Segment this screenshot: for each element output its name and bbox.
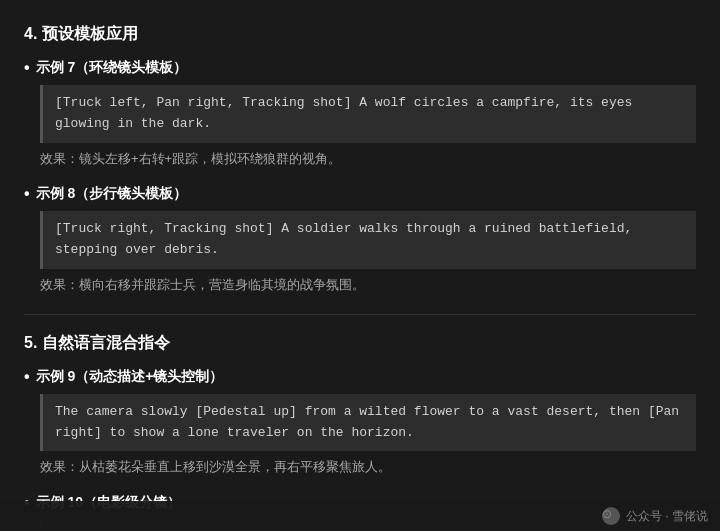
- section-5-title: 5. 自然语言混合指令: [24, 333, 696, 354]
- example-8-block: • 示例 8（步行镜头模板） [Truck right, Tracking sh…: [24, 185, 696, 295]
- example-8-title: • 示例 8（步行镜头模板）: [24, 185, 696, 203]
- example-9-effect: 效果：从枯萎花朵垂直上移到沙漠全景，再右平移聚焦旅人。: [40, 457, 696, 478]
- example-7-effect: 效果：镜头左移+右转+跟踪，模拟环绕狼群的视角。: [40, 149, 696, 170]
- example-8-effect: 效果：横向右移并跟踪士兵，营造身临其境的战争氛围。: [40, 275, 696, 296]
- bullet-8: •: [24, 185, 30, 203]
- bullet-9: •: [24, 368, 30, 386]
- example-9-label: 示例 9（动态描述+镜头控制）: [36, 368, 224, 386]
- example-8-code: [Truck right, Tracking shot] A soldier w…: [40, 211, 696, 269]
- example-7-label: 示例 7（环绕镜头模板）: [36, 59, 188, 77]
- watermark-text: 公众号 · 雪佬说: [626, 508, 708, 525]
- example-9-title: • 示例 9（动态描述+镜头控制）: [24, 368, 696, 386]
- watermark-bar: ⊙ 公众号 · 雪佬说: [0, 501, 720, 531]
- bullet-7: •: [24, 59, 30, 77]
- section-4: 4. 预设模板应用 • 示例 7（环绕镜头模板） [Truck left, Pa…: [24, 24, 696, 296]
- example-7-title: • 示例 7（环绕镜头模板）: [24, 59, 696, 77]
- page-container: 4. 预设模板应用 • 示例 7（环绕镜头模板） [Truck left, Pa…: [0, 0, 720, 531]
- example-7-code: [Truck left, Pan right, Tracking shot] A…: [40, 85, 696, 143]
- watermark-icon: ⊙: [602, 507, 620, 525]
- example-9-block: • 示例 9（动态描述+镜头控制） The camera slowly [Ped…: [24, 368, 696, 478]
- section-divider: [24, 314, 696, 315]
- section-4-title: 4. 预设模板应用: [24, 24, 696, 45]
- example-8-label: 示例 8（步行镜头模板）: [36, 185, 188, 203]
- example-7-block: • 示例 7（环绕镜头模板） [Truck left, Pan right, T…: [24, 59, 696, 169]
- example-9-code: The camera slowly [Pedestal up] from a w…: [40, 394, 696, 452]
